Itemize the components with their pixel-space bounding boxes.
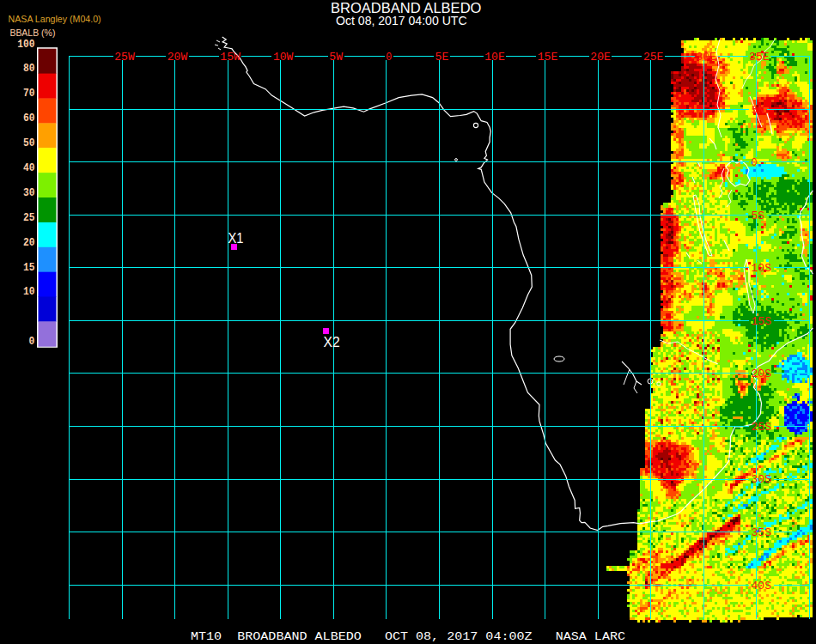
svg-text:0: 0 xyxy=(386,52,392,64)
svg-text:NASA Langley (M04.0): NASA Langley (M04.0) xyxy=(9,14,101,24)
svg-text:X2: X2 xyxy=(324,334,340,350)
svg-text:25E: 25E xyxy=(643,52,664,64)
svg-text:50: 50 xyxy=(23,137,35,149)
svg-text:5E: 5E xyxy=(435,52,449,64)
svg-text:15S: 15S xyxy=(752,316,772,328)
svg-text:15: 15 xyxy=(23,262,35,274)
svg-text:10: 10 xyxy=(23,286,35,298)
svg-text:10S: 10S xyxy=(752,263,772,275)
svg-text:35S: 35S xyxy=(752,527,772,539)
svg-text:100: 100 xyxy=(17,39,34,51)
svg-text:10E: 10E xyxy=(484,52,505,64)
svg-text:30: 30 xyxy=(23,187,35,199)
svg-text:25W: 25W xyxy=(114,52,135,64)
svg-text:0: 0 xyxy=(29,336,35,348)
svg-text:15E: 15E xyxy=(538,52,558,64)
svg-text:40: 40 xyxy=(23,162,35,174)
svg-text:20W: 20W xyxy=(167,52,188,64)
svg-text:40S: 40S xyxy=(752,580,772,592)
svg-text:5W: 5W xyxy=(329,52,344,64)
svg-text:5N: 5N xyxy=(752,105,765,117)
svg-text:25S: 25S xyxy=(752,422,772,434)
svg-text:30S: 30S xyxy=(752,474,772,486)
svg-text:X1: X1 xyxy=(228,230,244,246)
svg-text:25: 25 xyxy=(23,212,35,224)
svg-text:30E: 30E xyxy=(696,52,716,64)
svg-text:15W: 15W xyxy=(220,52,241,64)
svg-text:10W: 10W xyxy=(273,52,294,64)
svg-text:60: 60 xyxy=(23,112,35,125)
svg-text:20S: 20S xyxy=(752,368,772,380)
svg-text:5S: 5S xyxy=(752,210,765,222)
svg-text:MT10 BROADBAND ALBEDO OCT 0: MT10 BROADBAND ALBEDO OCT 08, 2017 04:00… xyxy=(191,631,625,643)
svg-text:70: 70 xyxy=(23,88,35,100)
svg-text:Oct 08, 2017 04:00 UTC: Oct 08, 2017 04:00 UTC xyxy=(336,13,467,27)
svg-text:BBALB (%): BBALB (%) xyxy=(9,27,55,38)
svg-text:20E: 20E xyxy=(590,52,611,64)
svg-text:0: 0 xyxy=(752,157,758,169)
svg-text:20: 20 xyxy=(23,237,35,249)
svg-text:80: 80 xyxy=(23,63,35,75)
svg-text:35E: 35E xyxy=(749,52,770,64)
